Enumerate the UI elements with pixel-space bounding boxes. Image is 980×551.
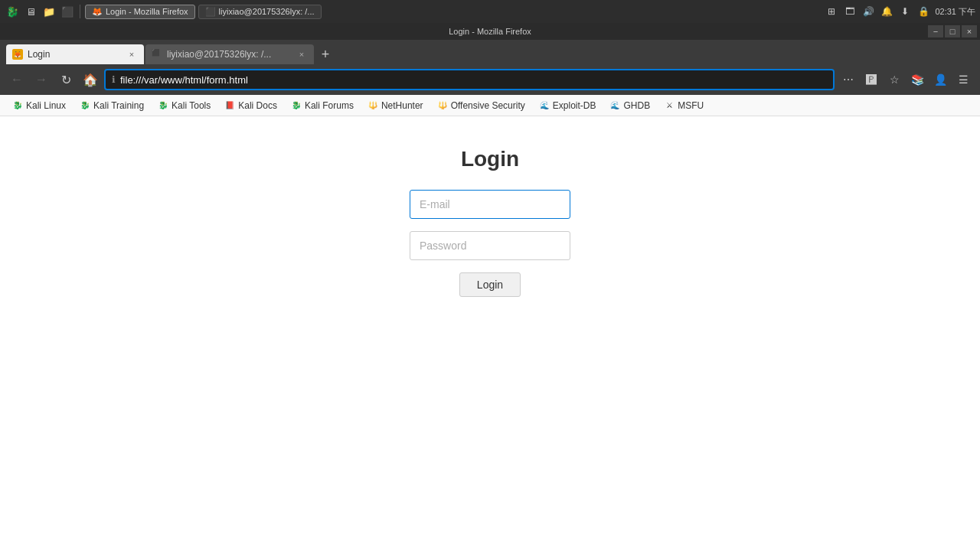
tab-bar: 🦊 Login × ⬛ liyixiao@20175326lyx: /... ×…: [0, 40, 980, 64]
kali-training-icon: 🐉: [80, 100, 90, 111]
taskbar-clock: 02:31 下午: [935, 6, 975, 18]
offensive-security-icon: 🔱: [437, 100, 448, 111]
menu-button[interactable]: ☰: [952, 69, 974, 90]
bookmark-msfu-label: MSFU: [678, 100, 704, 111]
firefox-favicon: 🦊: [92, 7, 103, 17]
bookmark-offensive-security[interactable]: 🔱 Offensive Security: [431, 99, 531, 112]
kali-docs-icon: 📕: [224, 100, 235, 111]
reload-button[interactable]: ↻: [55, 69, 77, 90]
tray-download-icon[interactable]: ⬇: [898, 5, 912, 18]
bookmark-exploit-db[interactable]: 🌊 Exploit-DB: [533, 99, 603, 112]
close-button[interactable]: ×: [962, 25, 977, 37]
bookmark-kali-forums-label: Kali Forums: [305, 100, 354, 111]
kali-linux-icon: 🐉: [12, 100, 23, 111]
firefox-window: Login - Mozilla Firefox − □ × 🦊 Login × …: [0, 23, 980, 551]
home-button[interactable]: 🏠: [80, 69, 101, 90]
bookmark-kali-docs-label: Kali Docs: [238, 100, 277, 111]
nav-actions: ⋯ 🅿 ☆ 📚 👤 ☰: [838, 69, 974, 90]
minimize-button[interactable]: −: [928, 25, 943, 37]
maximize-button[interactable]: □: [945, 25, 960, 37]
bookmark-kali-docs[interactable]: 📕 Kali Docs: [218, 99, 283, 112]
window-controls: − □ ×: [928, 25, 977, 37]
bookmark-ghdb[interactable]: 🌊 GHDB: [603, 99, 656, 112]
tray-notification-icon[interactable]: 🔔: [880, 5, 893, 18]
address-bar[interactable]: ℹ file:///var/www/html/form.html: [104, 69, 835, 90]
taskbar: 🐉 🖥 📁 ⬛ 🦊 Login - Mozilla Firefox ⬛ liyi…: [0, 0, 980, 23]
tray-sound-icon[interactable]: 🔊: [861, 5, 875, 18]
container-button[interactable]: 👤: [929, 69, 951, 90]
exploit-db-icon: 🌊: [539, 100, 550, 111]
new-tab-button[interactable]: +: [315, 44, 335, 64]
bookmark-msfu[interactable]: ⚔ MSFU: [658, 99, 710, 112]
email-input[interactable]: [410, 190, 570, 219]
taskbar-firefox-app[interactable]: 🦊 Login - Mozilla Firefox: [85, 5, 195, 19]
msfu-icon: ⚔: [664, 100, 675, 111]
taskbar-terminal-icon[interactable]: ⬛: [60, 4, 75, 19]
tab-terminal[interactable]: ⬛ liyixiao@20175326lyx: /... ×: [145, 44, 314, 64]
terminal-tab-label: liyixiao@20175326lyx: /...: [219, 7, 315, 16]
taskbar-files-icon[interactable]: 📁: [41, 4, 57, 19]
login-button[interactable]: Login: [459, 272, 521, 297]
bookmark-kali-tools[interactable]: 🐉 Kali Tools: [152, 99, 217, 112]
taskbar-right: ⊞ 🗔 🔊 🔔 ⬇ 🔒 02:31 下午: [825, 5, 975, 18]
taskbar-divider-1: [80, 5, 80, 18]
back-button[interactable]: ←: [6, 69, 28, 90]
page-title: Login: [461, 147, 519, 171]
terminal-favicon: ⬛: [205, 7, 216, 17]
more-button[interactable]: ⋯: [838, 69, 859, 90]
taskbar-kali-icon[interactable]: 🐉: [5, 4, 20, 19]
window-title: Login - Mozilla Firefox: [449, 27, 531, 36]
password-input[interactable]: [410, 231, 570, 260]
bookmark-nethunter[interactable]: 🔱 NetHunter: [361, 99, 430, 112]
tab-login[interactable]: 🦊 Login ×: [6, 44, 144, 64]
tab-login-favicon: 🦊: [12, 49, 23, 60]
nav-bar: ← → ↻ 🏠 ℹ file:///var/www/html/form.html…: [0, 64, 980, 95]
tray-grid-icon[interactable]: ⊞: [825, 5, 838, 18]
taskbar-monitor-icon[interactable]: 🖥: [23, 4, 38, 19]
url-text: file:///var/www/html/form.html: [120, 74, 827, 86]
bookmark-offensive-security-label: Offensive Security: [451, 100, 525, 111]
tab-terminal-close[interactable]: ×: [296, 48, 308, 60]
kali-forums-icon: 🐉: [291, 100, 302, 111]
bookmark-nethunter-label: NetHunter: [381, 100, 423, 111]
synced-tabs-button[interactable]: 📚: [906, 69, 928, 90]
bookmark-kali-linux[interactable]: 🐉 Kali Linux: [6, 99, 72, 112]
tab-terminal-favicon: ⬛: [152, 49, 162, 60]
tab-terminal-label: liyixiao@20175326lyx: /...: [167, 49, 271, 60]
pocket-button[interactable]: 🅿: [861, 69, 882, 90]
title-bar: Login - Mozilla Firefox − □ ×: [0, 23, 980, 40]
bookmark-kali-tools-label: Kali Tools: [172, 100, 211, 111]
ghdb-icon: 🌊: [609, 100, 620, 111]
bookmark-exploit-db-label: Exploit-DB: [553, 100, 596, 111]
bookmark-kali-linux-label: Kali Linux: [26, 100, 66, 111]
firefox-tab-label: Login - Mozilla Firefox: [106, 7, 188, 16]
nethunter-icon: 🔱: [368, 100, 378, 111]
bookmark-button[interactable]: ☆: [884, 69, 905, 90]
bookmark-kali-training[interactable]: 🐉 Kali Training: [74, 99, 150, 112]
bookmark-ghdb-label: GHDB: [623, 100, 650, 111]
tab-login-close[interactable]: ×: [126, 48, 138, 60]
bookmark-kali-training-label: Kali Training: [93, 100, 144, 111]
tray-lock-icon[interactable]: 🔒: [916, 5, 930, 18]
bookmarks-bar: 🐉 Kali Linux 🐉 Kali Training 🐉 Kali Tool…: [0, 95, 980, 116]
login-form: Login: [398, 190, 582, 297]
bookmark-kali-forums[interactable]: 🐉 Kali Forums: [285, 99, 360, 112]
page-content: Login Login: [0, 116, 980, 551]
tray-window-icon[interactable]: 🗔: [843, 5, 857, 18]
kali-tools-icon: 🐉: [158, 100, 168, 111]
site-info-icon[interactable]: ℹ: [112, 74, 116, 85]
forward-button[interactable]: →: [31, 69, 52, 90]
taskbar-terminal-app[interactable]: ⬛ liyixiao@20175326lyx: /...: [198, 5, 322, 19]
tab-login-label: Login: [28, 49, 50, 60]
